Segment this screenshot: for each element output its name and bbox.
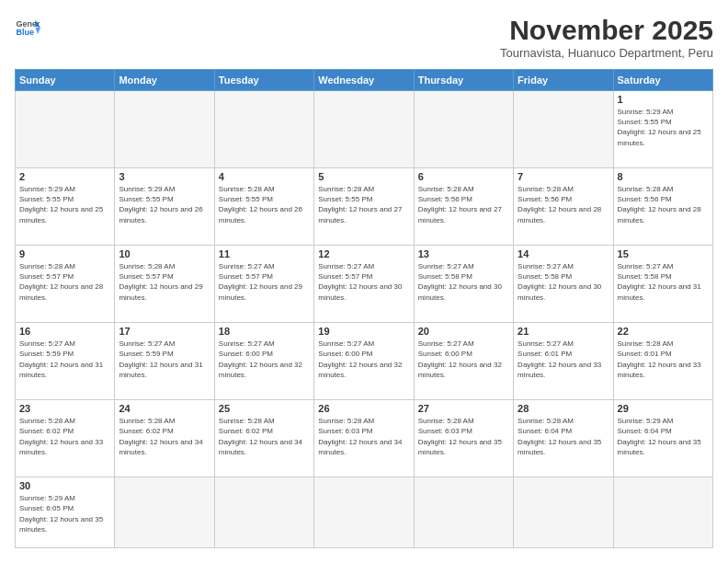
title-block: November 2025 Tournavista, Huanuco Depar… — [500, 15, 713, 60]
day-number: 28 — [518, 403, 609, 414]
calendar-cell: 9Sunrise: 5:28 AMSunset: 5:57 PMDaylight… — [16, 246, 115, 323]
day-number: 24 — [119, 403, 210, 414]
calendar-cell: 10Sunrise: 5:28 AMSunset: 5:57 PMDayligh… — [115, 246, 214, 323]
day-number: 5 — [318, 171, 409, 182]
day-of-week-tuesday: Tuesday — [214, 70, 313, 91]
day-number: 27 — [418, 403, 509, 414]
calendar-cell: 21Sunrise: 5:27 AMSunset: 6:01 PMDayligh… — [514, 323, 613, 400]
day-info: Sunrise: 5:28 AMSunset: 6:04 PMDaylight:… — [518, 416, 609, 457]
day-number: 26 — [318, 403, 409, 414]
calendar-cell: 12Sunrise: 5:27 AMSunset: 5:57 PMDayligh… — [314, 246, 414, 323]
calendar-cell — [514, 477, 613, 548]
day-of-week-sunday: Sunday — [16, 70, 115, 91]
day-info: Sunrise: 5:29 AMSunset: 5:55 PMDaylight:… — [19, 184, 110, 225]
day-number: 8 — [618, 171, 709, 182]
calendar-cell: 29Sunrise: 5:29 AMSunset: 6:04 PMDayligh… — [613, 400, 712, 477]
logo-icon: General Blue — [15, 15, 40, 40]
day-info: Sunrise: 5:29 AMSunset: 5:55 PMDaylight:… — [119, 184, 210, 225]
day-info: Sunrise: 5:27 AMSunset: 5:58 PMDaylight:… — [618, 261, 709, 303]
calendar-cell: 3Sunrise: 5:29 AMSunset: 5:55 PMDaylight… — [115, 168, 214, 246]
day-number: 22 — [618, 326, 709, 337]
day-of-week-monday: Monday — [115, 70, 214, 91]
header: General Blue November 2025 Tournavista, … — [15, 15, 713, 60]
svg-marker-3 — [35, 28, 40, 34]
day-number: 7 — [518, 171, 609, 182]
calendar-cell — [115, 477, 214, 548]
calendar-cell: 25Sunrise: 5:28 AMSunset: 6:02 PMDayligh… — [214, 400, 313, 477]
day-number: 11 — [219, 248, 310, 259]
day-number: 17 — [119, 326, 210, 337]
calendar-cell: 17Sunrise: 5:27 AMSunset: 5:59 PMDayligh… — [115, 323, 214, 400]
calendar-cell — [214, 91, 313, 168]
day-info: Sunrise: 5:27 AMSunset: 6:00 PMDaylight:… — [418, 339, 509, 380]
month-title: November 2025 — [500, 15, 713, 46]
calendar-cell: 8Sunrise: 5:28 AMSunset: 5:56 PMDaylight… — [613, 168, 712, 246]
calendar-cell: 23Sunrise: 5:28 AMSunset: 6:02 PMDayligh… — [16, 400, 115, 477]
calendar-cell — [414, 91, 513, 168]
day-number: 20 — [418, 326, 509, 337]
day-info: Sunrise: 5:28 AMSunset: 5:56 PMDaylight:… — [618, 184, 709, 225]
day-number: 21 — [518, 326, 609, 337]
day-number: 30 — [19, 480, 110, 491]
day-info: Sunrise: 5:27 AMSunset: 6:01 PMDaylight:… — [518, 339, 609, 380]
calendar-cell — [16, 91, 115, 168]
calendar-cell — [314, 477, 414, 548]
day-info: Sunrise: 5:28 AMSunset: 6:02 PMDaylight:… — [119, 416, 210, 457]
calendar-cell: 27Sunrise: 5:28 AMSunset: 6:03 PMDayligh… — [414, 400, 513, 477]
day-info: Sunrise: 5:27 AMSunset: 5:59 PMDaylight:… — [19, 339, 110, 380]
day-of-week-wednesday: Wednesday — [314, 70, 414, 91]
day-info: Sunrise: 5:27 AMSunset: 6:00 PMDaylight:… — [219, 339, 310, 380]
calendar-cell — [214, 477, 313, 548]
day-info: Sunrise: 5:27 AMSunset: 5:58 PMDaylight:… — [518, 261, 609, 303]
calendar: SundayMondayTuesdayWednesdayThursdayFrid… — [15, 69, 713, 548]
day-info: Sunrise: 5:28 AMSunset: 6:01 PMDaylight:… — [618, 339, 709, 380]
day-info: Sunrise: 5:27 AMSunset: 5:59 PMDaylight:… — [119, 339, 210, 380]
calendar-cell: 6Sunrise: 5:28 AMSunset: 5:56 PMDaylight… — [414, 168, 513, 246]
calendar-cell: 2Sunrise: 5:29 AMSunset: 5:55 PMDaylight… — [16, 168, 115, 246]
day-info: Sunrise: 5:28 AMSunset: 6:02 PMDaylight:… — [219, 416, 310, 457]
day-info: Sunrise: 5:28 AMSunset: 6:03 PMDaylight:… — [418, 416, 509, 457]
day-info: Sunrise: 5:28 AMSunset: 5:57 PMDaylight:… — [19, 261, 110, 303]
calendar-cell: 11Sunrise: 5:27 AMSunset: 5:57 PMDayligh… — [214, 246, 313, 323]
day-info: Sunrise: 5:28 AMSunset: 5:55 PMDaylight:… — [318, 184, 409, 225]
day-number: 6 — [418, 171, 509, 182]
day-info: Sunrise: 5:28 AMSunset: 5:56 PMDaylight:… — [518, 184, 609, 225]
day-number: 10 — [119, 248, 210, 259]
day-number: 25 — [219, 403, 310, 414]
calendar-cell: 18Sunrise: 5:27 AMSunset: 6:00 PMDayligh… — [214, 323, 313, 400]
calendar-cell: 20Sunrise: 5:27 AMSunset: 6:00 PMDayligh… — [414, 323, 513, 400]
day-number: 2 — [19, 171, 110, 182]
day-number: 15 — [618, 248, 709, 259]
day-number: 9 — [19, 248, 110, 259]
day-number: 3 — [119, 171, 210, 182]
calendar-cell: 16Sunrise: 5:27 AMSunset: 5:59 PMDayligh… — [16, 323, 115, 400]
day-info: Sunrise: 5:29 AMSunset: 6:04 PMDaylight:… — [618, 416, 709, 457]
day-number: 1 — [618, 94, 709, 105]
calendar-cell: 24Sunrise: 5:28 AMSunset: 6:02 PMDayligh… — [115, 400, 214, 477]
calendar-cell: 19Sunrise: 5:27 AMSunset: 6:00 PMDayligh… — [314, 323, 414, 400]
svg-text:Blue: Blue — [16, 28, 34, 37]
logo: General Blue — [15, 15, 40, 40]
day-info: Sunrise: 5:28 AMSunset: 5:56 PMDaylight:… — [418, 184, 509, 225]
day-of-week-thursday: Thursday — [414, 70, 513, 91]
day-number: 13 — [418, 248, 509, 259]
calendar-cell — [414, 477, 513, 548]
day-info: Sunrise: 5:29 AMSunset: 5:55 PMDaylight:… — [618, 107, 709, 148]
calendar-cell — [314, 91, 414, 168]
day-number: 14 — [518, 248, 609, 259]
day-number: 4 — [219, 171, 310, 182]
day-number: 29 — [618, 403, 709, 414]
day-info: Sunrise: 5:27 AMSunset: 5:58 PMDaylight:… — [418, 261, 509, 303]
day-info: Sunrise: 5:27 AMSunset: 5:57 PMDaylight:… — [219, 261, 310, 303]
calendar-cell: 15Sunrise: 5:27 AMSunset: 5:58 PMDayligh… — [613, 246, 712, 323]
calendar-cell — [613, 477, 712, 548]
calendar-cell: 14Sunrise: 5:27 AMSunset: 5:58 PMDayligh… — [514, 246, 613, 323]
calendar-cell: 7Sunrise: 5:28 AMSunset: 5:56 PMDaylight… — [514, 168, 613, 246]
calendar-cell: 30Sunrise: 5:29 AMSunset: 6:05 PMDayligh… — [16, 477, 115, 548]
day-of-week-saturday: Saturday — [613, 70, 712, 91]
day-info: Sunrise: 5:28 AMSunset: 6:02 PMDaylight:… — [19, 416, 110, 457]
day-number: 16 — [19, 326, 110, 337]
day-info: Sunrise: 5:27 AMSunset: 5:57 PMDaylight:… — [318, 261, 409, 303]
calendar-cell — [115, 91, 214, 168]
calendar-cell: 4Sunrise: 5:28 AMSunset: 5:55 PMDaylight… — [214, 168, 313, 246]
